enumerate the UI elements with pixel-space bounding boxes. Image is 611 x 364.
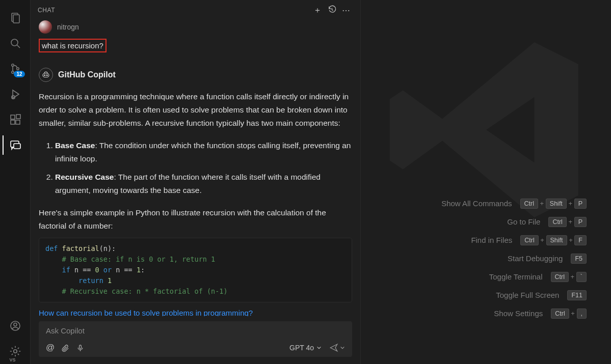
key-group: Ctrl + ` [551, 272, 587, 281]
welcome-label: Go to File [507, 217, 540, 226]
welcome-label: Find in Files [471, 236, 512, 244]
svg-rect-9 [11, 115, 15, 119]
vs-label: VS [10, 357, 16, 362]
editor-area: Show All CommandsCtrl + Shift + PGo to F… [361, 0, 611, 364]
send-button[interactable] [329, 343, 345, 352]
svg-marker-7 [13, 90, 19, 98]
kbd-key: P [574, 217, 587, 227]
chevron-down-icon [340, 345, 345, 350]
attach-icon[interactable] [62, 344, 69, 352]
svg-rect-1 [13, 15, 19, 23]
svg-rect-11 [16, 120, 20, 124]
svg-rect-18 [43, 73, 49, 77]
explorer-icon[interactable] [3, 5, 28, 31]
welcome-row[interactable]: Find in FilesCtrl + Shift + F [441, 235, 587, 244]
bot-name: GitHub Copilot [58, 70, 116, 79]
accounts-icon[interactable] [3, 313, 28, 339]
welcome-label: Show Settings [494, 309, 543, 318]
key-group: Ctrl + , [551, 309, 587, 318]
source-control-icon[interactable]: 12 [3, 56, 28, 81]
svg-rect-14 [14, 144, 20, 149]
chat-header: CHAT ＋ ⋯ [31, 0, 360, 20]
user-row: nitrogn [39, 20, 352, 34]
new-chat-icon[interactable]: ＋ [310, 5, 325, 16]
welcome-row[interactable]: Start DebuggingF5 [441, 254, 587, 263]
extensions-icon[interactable] [3, 107, 28, 132]
chat-panel: CHAT ＋ ⋯ nitrogn what is recursion? GitH… [31, 0, 361, 364]
bot-intro: Recursion is a programming technique whe… [39, 90, 352, 130]
kbd-key: ` [576, 272, 587, 282]
kbd-key: Shift [546, 235, 567, 245]
kbd-key: F11 [567, 290, 587, 300]
welcome-row[interactable]: Toggle Full ScreenF11 [441, 290, 587, 299]
kbd-key: P [574, 199, 587, 209]
svg-rect-12 [16, 115, 20, 119]
svg-point-20 [46, 75, 47, 76]
svg-point-16 [14, 323, 17, 326]
svg-rect-21 [79, 345, 82, 349]
key-group: Ctrl + Shift + F [520, 235, 587, 244]
welcome-row[interactable]: Go to FileCtrl + P [441, 217, 587, 226]
kbd-key: F [574, 235, 587, 245]
user-avatar [39, 20, 52, 34]
svg-point-6 [16, 68, 18, 70]
history-icon[interactable] [325, 5, 339, 16]
welcome-shortcuts: Show All CommandsCtrl + Shift + PGo to F… [441, 199, 587, 318]
welcome-row[interactable]: Show SettingsCtrl + , [441, 309, 587, 318]
welcome-row[interactable]: Toggle TerminalCtrl + ` [441, 272, 587, 281]
key-group: Ctrl + P [548, 217, 587, 226]
welcome-label: Toggle Terminal [489, 272, 543, 281]
bot-outro: Here's a simple example in Python to ill… [39, 206, 352, 233]
kbd-key: Ctrl [548, 217, 566, 227]
code-block: def factorial(n): # Base case: if n is 0… [39, 238, 352, 302]
welcome-label: Show All Commands [441, 199, 512, 208]
svg-rect-10 [11, 120, 15, 124]
chat-view-icon[interactable] [3, 132, 28, 158]
svg-line-3 [17, 45, 20, 48]
chat-input-box[interactable]: Ask Copilot @ GPT 4o [39, 321, 352, 357]
list-item: Recursive Case: The part of the function… [55, 171, 352, 197]
activity-bar: 12 VS [0, 0, 31, 364]
model-selector[interactable]: GPT 4o [289, 344, 322, 352]
chat-title: CHAT [38, 7, 55, 14]
svg-point-19 [44, 75, 45, 76]
scm-badge: 12 [14, 71, 24, 77]
svg-point-17 [13, 350, 17, 353]
welcome-label: Start Debugging [508, 254, 563, 263]
run-debug-icon[interactable] [3, 81, 28, 107]
chat-input[interactable]: Ask Copilot [46, 326, 345, 338]
key-group: Ctrl + Shift + P [520, 199, 587, 208]
kbd-key: Ctrl [520, 199, 538, 209]
key-group: F5 [571, 254, 587, 263]
kbd-key: Ctrl [551, 272, 569, 282]
suggestion-link[interactable]: How can recursion be used to solve probl… [39, 309, 352, 316]
kbd-key: Ctrl [551, 309, 569, 319]
bot-message: Recursion is a programming technique whe… [39, 90, 352, 233]
kbd-key: Shift [546, 199, 567, 209]
kbd-key: Ctrl [520, 235, 538, 245]
kbd-key: , [577, 309, 587, 319]
welcome-row[interactable]: Show All CommandsCtrl + Shift + P [441, 199, 587, 208]
list-item: Base Case: The condition under which the… [55, 139, 352, 165]
svg-point-2 [11, 39, 18, 46]
key-group: F11 [567, 290, 587, 299]
search-icon[interactable] [3, 31, 28, 56]
user-name: nitrogn [57, 23, 79, 31]
more-icon[interactable]: ⋯ [339, 6, 353, 15]
mention-icon[interactable]: @ [46, 343, 55, 353]
svg-point-4 [11, 64, 13, 66]
mic-icon[interactable] [76, 344, 84, 352]
chevron-down-icon [316, 345, 322, 350]
kbd-key: F5 [571, 254, 587, 264]
svg-point-5 [11, 71, 13, 73]
welcome-label: Toggle Full Screen [496, 291, 559, 299]
settings-gear-icon[interactable]: VS [3, 339, 28, 364]
copilot-icon [39, 68, 53, 82]
user-question: what is recursion? [39, 39, 107, 52]
bot-row: GitHub Copilot [39, 68, 352, 82]
